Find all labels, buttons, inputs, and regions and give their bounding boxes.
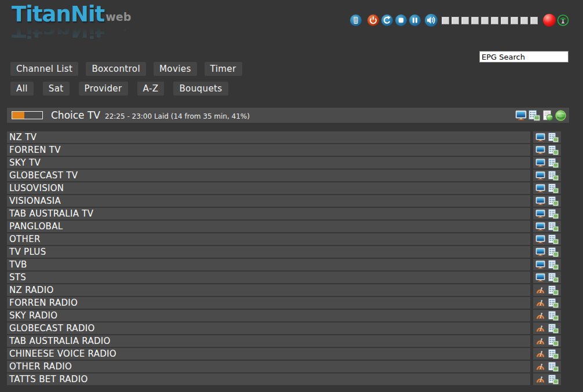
tv-icon[interactable]	[535, 184, 545, 193]
volume-block[interactable]	[511, 17, 518, 24]
globe-icon[interactable]	[555, 110, 566, 121]
power-icon[interactable]	[367, 14, 380, 27]
channel-name[interactable]: GLOBECAST RADIO	[7, 323, 530, 334]
tv-icon[interactable]	[535, 273, 545, 282]
channel-name[interactable]: PANGLOBAL	[7, 221, 530, 232]
tab-channel-list[interactable]: Channel List	[10, 62, 78, 76]
epg-list-icon[interactable]	[548, 209, 559, 219]
filter-sat[interactable]: Sat	[43, 82, 70, 96]
radio-icon[interactable]	[535, 285, 545, 295]
tv-icon[interactable]	[515, 110, 527, 120]
channel-name[interactable]: TV PLUS	[7, 246, 530, 258]
epg-list-icon[interactable]	[548, 375, 559, 384]
filter-all[interactable]: All	[10, 82, 34, 96]
channel-name[interactable]: TAB AUSTRALIA RADIO	[7, 335, 530, 347]
channel-name[interactable]: STS	[7, 272, 530, 283]
channel-name[interactable]: TAB AUSTRALIA TV	[7, 208, 530, 219]
channel-name[interactable]: NZ RADIO	[7, 284, 530, 296]
radio-icon[interactable]	[535, 375, 545, 384]
channel-row: TV PLUS	[7, 246, 561, 258]
current-channel-name: Choice TV	[51, 109, 100, 121]
epg-list-icon[interactable]	[548, 311, 559, 321]
tv-icon[interactable]	[535, 171, 545, 180]
channel-name[interactable]: CHINEESE VOICE RADIO	[7, 348, 530, 360]
filter-a-z[interactable]: A-Z	[137, 82, 165, 96]
radio-icon[interactable]	[535, 298, 545, 307]
tv-icon[interactable]	[535, 247, 545, 257]
radio-icon[interactable]	[535, 349, 545, 358]
radio-icon[interactable]	[535, 336, 545, 346]
epg-list-icon[interactable]	[548, 133, 559, 142]
channel-row-actions	[533, 221, 561, 232]
epg-list-icon[interactable]	[548, 324, 559, 334]
epg-list-icon[interactable]	[548, 184, 559, 193]
channel-name[interactable]: TATTS BET RADIO	[7, 373, 530, 385]
epg-search-input[interactable]	[479, 51, 569, 63]
radio-icon[interactable]	[535, 324, 545, 333]
channel-name[interactable]: SKY RADIO	[7, 310, 530, 321]
tv-icon[interactable]	[535, 260, 545, 269]
radio-icon[interactable]	[535, 311, 545, 320]
tab-movies[interactable]: Movies	[154, 62, 197, 76]
channel-name[interactable]: LUSOVISION	[7, 182, 530, 194]
volume-block[interactable]	[442, 17, 449, 24]
epg-list-icon[interactable]	[548, 273, 559, 283]
tv-icon[interactable]	[535, 196, 545, 206]
refresh-icon[interactable]	[381, 14, 393, 27]
epg-list-icon[interactable]	[548, 285, 559, 295]
speaker-icon[interactable]	[424, 13, 438, 27]
volume-block[interactable]	[530, 17, 538, 24]
volume-block[interactable]	[451, 17, 459, 24]
transmit-icon[interactable]	[557, 14, 569, 27]
volume-block[interactable]	[481, 17, 489, 24]
channel-name[interactable]: VISIONASIA	[7, 195, 530, 207]
remote-keypad-icon[interactable]	[349, 14, 362, 27]
channel-name[interactable]: FORREN RADIO	[7, 297, 530, 309]
epg-list-icon[interactable]	[548, 171, 559, 181]
channel-name[interactable]: TVB	[7, 259, 530, 270]
epg-list-icon[interactable]	[548, 158, 559, 168]
radio-icon[interactable]	[535, 362, 545, 371]
epg-list-icon[interactable]	[548, 196, 559, 206]
volume-block[interactable]	[461, 17, 469, 24]
epg-list-icon[interactable]	[529, 110, 540, 121]
tv-icon[interactable]	[535, 222, 545, 231]
epg-list-icon[interactable]	[548, 260, 559, 270]
volume-block[interactable]	[501, 17, 508, 24]
epg-list-icon[interactable]	[548, 349, 559, 359]
tv-icon[interactable]	[535, 209, 545, 218]
tab-timer[interactable]: Timer	[205, 62, 242, 76]
channel-name[interactable]: OTHER	[7, 233, 530, 245]
filter-provider[interactable]: Provider	[79, 82, 128, 96]
progress-fill	[12, 112, 24, 119]
tv-icon[interactable]	[535, 235, 545, 244]
volume-level-bar[interactable]	[442, 17, 538, 24]
channel-name[interactable]: SKY TV	[7, 157, 530, 168]
tv-icon[interactable]	[535, 158, 545, 167]
epg-list-icon[interactable]	[548, 145, 559, 155]
channel-name[interactable]: GLOBECAST TV	[7, 170, 530, 181]
channel-name[interactable]: FORREN TV	[7, 144, 530, 156]
volume-block[interactable]	[520, 17, 528, 24]
stop-icon[interactable]	[395, 14, 407, 27]
logo-reflection: TitanNitweb	[12, 19, 130, 40]
epg-list-icon[interactable]	[548, 298, 559, 308]
tab-boxcontrol[interactable]: Boxcontrol	[86, 62, 146, 76]
channel-name[interactable]: OTHER RADIO	[7, 361, 530, 372]
current-epg-info: 22:25 - 23:00 Laid (14 from 35 min, 41%)	[105, 112, 250, 120]
volume-block[interactable]	[491, 17, 498, 24]
epg-list-icon[interactable]	[548, 247, 559, 257]
epg-list-icon[interactable]	[548, 222, 559, 232]
channel-name[interactable]: NZ TV	[7, 131, 530, 143]
tv-icon[interactable]	[535, 133, 545, 142]
epg-list-icon[interactable]	[548, 336, 559, 346]
webpage-icon[interactable]	[542, 110, 553, 121]
epg-list-icon[interactable]	[548, 235, 559, 244]
channel-row-actions	[533, 323, 561, 334]
volume-block[interactable]	[471, 17, 479, 24]
channel-row: FORREN RADIO	[7, 297, 561, 309]
tv-icon[interactable]	[535, 145, 545, 155]
pause-icon[interactable]	[409, 14, 421, 27]
filter-bouquets[interactable]: Bouquets	[173, 82, 228, 96]
epg-list-icon[interactable]	[548, 362, 559, 372]
